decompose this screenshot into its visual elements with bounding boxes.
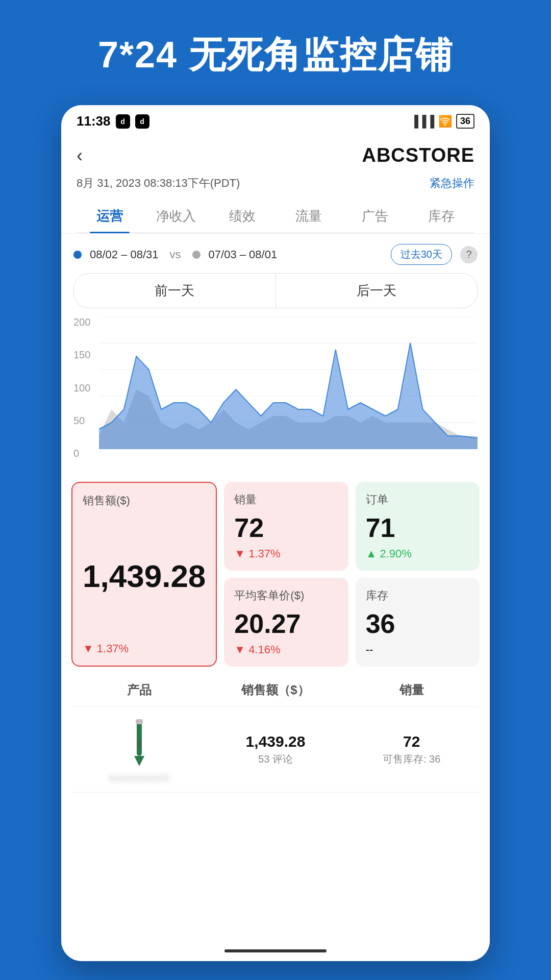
product-image — [116, 715, 162, 771]
row-volume-value: 72 — [343, 733, 480, 750]
wifi-icon: 🛜 — [438, 115, 452, 128]
y-label-0: 0 — [73, 448, 90, 459]
avg-price-change-pct: 4.16% — [248, 643, 280, 656]
y-label-50: 50 — [73, 415, 90, 427]
inventory-change-text: -- — [366, 643, 373, 656]
signal-icon: ▐▐▐ — [410, 115, 434, 128]
avg-price-down-arrow: ▼ — [234, 643, 245, 656]
volume-value: 72 — [234, 512, 338, 543]
avg-price-change: ▼ 4.16% — [234, 643, 338, 656]
table-header: 产品 销售额（$） 销量 — [71, 674, 480, 707]
help-icon[interactable]: ? — [460, 246, 478, 263]
secondary-date-label: 07/03 – 08/01 — [209, 248, 278, 261]
row-volume-sub: 可售库存: 36 — [343, 752, 480, 766]
secondary-date-dot — [192, 251, 201, 259]
svg-rect-11 — [137, 741, 142, 748]
inventory-label: 库存 — [366, 588, 469, 603]
battery-icon: 36 — [456, 114, 474, 129]
chart-y-labels: 200 150 100 50 0 — [73, 316, 90, 459]
tiktok-icon-2: d — [135, 114, 149, 129]
sales-amount-card[interactable]: 销售额($) 1,439.28 ▼ 1.37% — [71, 482, 217, 667]
product-table: 产品 销售额（$） 销量 XXXXXXX — [71, 674, 480, 793]
volume-down-arrow: ▼ — [234, 547, 245, 560]
svg-rect-10 — [136, 719, 143, 724]
y-label-200: 200 — [73, 316, 90, 328]
volume-column: 72 可售库存: 36 — [343, 733, 480, 766]
orders-change-pct: 2.90% — [380, 547, 411, 560]
tab-ads[interactable]: 广告 — [342, 199, 408, 232]
app-content: ‹ ABCSTORE 8月 31, 2023 08:38:13下午(PDT) 紧… — [61, 134, 490, 941]
page-bg-title: 7*24 无死角监控店铺 — [0, 0, 551, 105]
svg-marker-9 — [134, 756, 144, 766]
volume-card[interactable]: 销量 72 ▼ 1.37% — [224, 482, 348, 571]
home-indicator — [61, 941, 490, 961]
tab-traffic[interactable]: 流量 — [276, 199, 342, 232]
volume-label: 销量 — [234, 492, 338, 507]
avg-price-value: 20.27 — [234, 608, 338, 639]
col-header-product: 产品 — [71, 682, 208, 698]
col-header-volume: 销量 — [343, 682, 480, 698]
volume-change: ▼ 1.37% — [234, 547, 338, 560]
table-row[interactable]: XXXXXXXXXX 1,439.28 53 评论 72 可售库存: 36 — [71, 707, 480, 793]
tab-net-income[interactable]: 净收入 — [143, 199, 209, 232]
tab-inventory[interactable]: 库存 — [408, 199, 474, 232]
day-nav: 前一天 后一天 — [73, 273, 478, 308]
phone-frame: 11:38 d d ▐▐▐ 🛜 36 ‹ ABCSTORE 8月 31, 202… — [61, 105, 490, 961]
primary-date-label: 08/02 – 08/31 — [90, 248, 159, 261]
product-column: XXXXXXXXXX — [71, 715, 208, 784]
orders-label: 订单 — [366, 492, 469, 507]
sales-amount-label: 销售额($) — [83, 493, 206, 508]
next-day-button[interactable]: 后一天 — [276, 274, 478, 308]
line-chart — [99, 316, 478, 449]
inventory-change: -- — [366, 643, 469, 656]
sales-down-arrow: ▼ — [83, 642, 94, 655]
primary-date-dot — [73, 251, 82, 259]
svg-rect-8 — [137, 720, 142, 756]
col-header-sales: 销售额（$） — [208, 682, 344, 698]
app-header: ‹ ABCSTORE 8月 31, 2023 08:38:13下午(PDT) 紧… — [61, 134, 490, 234]
tabs-bar: 运营 净收入 绩效 流量 广告 库存 — [77, 199, 474, 233]
tab-operations[interactable]: 运营 — [77, 199, 143, 232]
chart-area: 200 150 100 50 0 — [61, 316, 490, 475]
product-name-blurred: XXXXXXXXXX — [109, 773, 170, 784]
sales-amount-value: 1,439.28 — [83, 558, 206, 594]
chart-svg-wrap — [99, 316, 478, 464]
inventory-card[interactable]: 库存 36 -- — [356, 578, 480, 667]
tiktok-icon-1: d — [116, 114, 130, 129]
back-button[interactable]: ‹ — [77, 145, 83, 166]
inventory-value: 36 — [366, 608, 469, 639]
status-bar: 11:38 d d ▐▐▐ 🛜 36 — [61, 105, 490, 134]
pen-icon — [121, 718, 157, 769]
sales-amount-change: ▼ 1.37% — [83, 642, 206, 655]
orders-up-arrow: ▲ — [366, 547, 377, 560]
datetime-text: 8月 31, 2023 08:38:13下午(PDT) — [77, 176, 240, 191]
period-button[interactable]: 过去30天 — [391, 244, 452, 265]
store-name: ABCSTORE — [362, 144, 474, 166]
row-sales-value: 1,439.28 — [208, 733, 344, 750]
status-time: 11:38 — [77, 113, 111, 129]
metrics-grid: 销售额($) 1,439.28 ▼ 1.37% 销量 72 ▼ 1.37% 订单 — [61, 475, 490, 674]
avg-price-label: 平均客单价($) — [234, 588, 338, 603]
vs-label: vs — [170, 248, 181, 261]
volume-change-pct: 1.37% — [248, 547, 280, 560]
avg-price-card[interactable]: 平均客单价($) 20.27 ▼ 4.16% — [224, 578, 348, 667]
prev-day-button[interactable]: 前一天 — [74, 274, 276, 308]
row-sales-sub: 53 评论 — [208, 752, 344, 766]
orders-card[interactable]: 订单 71 ▲ 2.90% — [356, 482, 480, 571]
sales-column: 1,439.28 53 评论 — [208, 733, 344, 766]
sales-change-pct: 1.37% — [97, 642, 129, 655]
orders-change: ▲ 2.90% — [366, 547, 469, 560]
tab-performance[interactable]: 绩效 — [209, 199, 276, 232]
y-label-100: 100 — [73, 382, 90, 394]
home-bar — [224, 949, 327, 952]
y-label-150: 150 — [73, 349, 90, 361]
orders-value: 71 — [366, 512, 469, 543]
date-range-section: 08/02 – 08/31 vs 07/03 – 08/01 过去30天 ? — [61, 234, 490, 265]
urgent-button[interactable]: 紧急操作 — [430, 176, 474, 191]
